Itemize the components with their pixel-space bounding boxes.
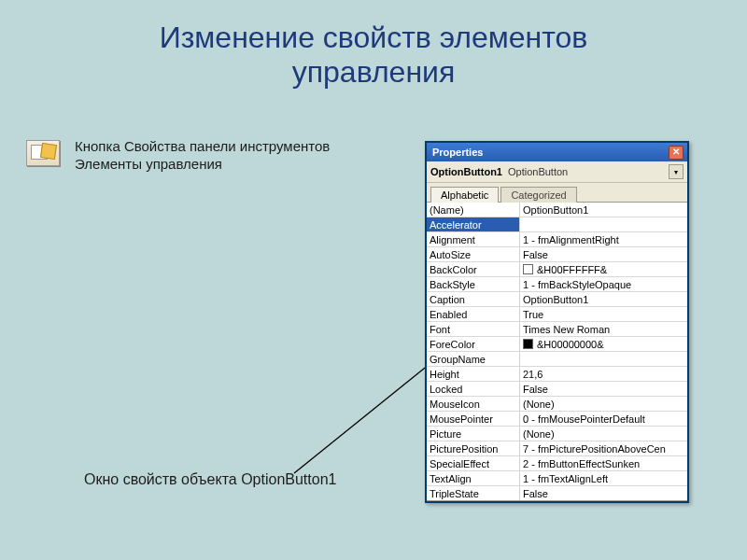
property-name: Alignment	[427, 232, 520, 246]
chevron-down-icon: ▾	[674, 168, 678, 176]
property-value[interactable]: &H00000000&	[520, 337, 687, 351]
property-value-text: 0 - fmMousePointerDefault	[523, 412, 645, 426]
property-name: SpecialEffect	[427, 456, 520, 470]
property-row[interactable]: MouseIcon(None)	[427, 397, 687, 412]
property-name: MousePointer	[427, 412, 520, 426]
property-value[interactable]: False	[520, 486, 687, 500]
property-value[interactable]: Times New Roman	[520, 322, 687, 336]
property-value-text: &H00FFFFFF&	[537, 262, 607, 276]
property-value[interactable]: 0 - fmMousePointerDefault	[520, 412, 687, 426]
close-button[interactable]: ✕	[669, 146, 684, 160]
property-name: GroupName	[427, 352, 520, 366]
property-name: Caption	[427, 292, 520, 306]
properties-toolbar-icon	[26, 140, 60, 166]
property-row[interactable]: Alignment1 - fmAlignmentRight	[427, 232, 687, 247]
property-row[interactable]: Picture(None)	[427, 427, 687, 441]
property-row[interactable]: MousePointer0 - fmMousePointerDefault	[427, 412, 687, 427]
property-value[interactable]: 2 - fmButtonEffectSunken	[520, 456, 687, 470]
selector-dropdown-button[interactable]: ▾	[669, 164, 684, 179]
property-row[interactable]: ForeColor&H00000000&	[427, 337, 687, 352]
property-name: AutoSize	[427, 247, 520, 261]
object-selector[interactable]: OptionButton1 OptionButton ▾	[427, 161, 687, 183]
property-row[interactable]: BackColor&H00FFFFFF&	[427, 262, 687, 277]
property-name: Height	[427, 367, 520, 381]
property-value[interactable]: OptionButton1	[520, 203, 687, 217]
property-row[interactable]: TripleStateFalse	[427, 486, 687, 501]
property-value[interactable]: 1 - fmTextAlignLeft	[520, 471, 687, 485]
property-row[interactable]: Accelerator	[427, 217, 687, 232]
property-name: TripleState	[427, 486, 520, 500]
slide-title: Изменение свойств элементов управления	[0, 0, 747, 90]
property-value[interactable]: (None)	[520, 427, 687, 441]
properties-title: Properties	[432, 147, 483, 158]
property-value-text: Times New Roman	[523, 322, 610, 336]
property-name: ForeColor	[427, 337, 520, 351]
selector-name: OptionButton1	[430, 166, 502, 177]
toolbar-description: Кнопка Свойства панели инструментов Элем…	[75, 138, 355, 174]
property-row[interactable]: CaptionOptionButton1	[427, 292, 687, 307]
property-row[interactable]: AutoSizeFalse	[427, 247, 687, 262]
property-name: MouseIcon	[427, 397, 520, 411]
property-name: Locked	[427, 382, 520, 396]
property-value-text: OptionButton1	[523, 292, 588, 306]
property-row[interactable]: BackStyle1 - fmBackStyleOpaque	[427, 277, 687, 292]
property-row[interactable]: LockedFalse	[427, 382, 687, 397]
property-row[interactable]: Height21,6	[427, 367, 687, 382]
close-icon: ✕	[672, 147, 680, 157]
tabs-row: Alphabetic Categorized	[427, 183, 687, 202]
property-name: Font	[427, 322, 520, 336]
properties-titlebar[interactable]: Properties ✕	[427, 143, 687, 161]
property-name: Accelerator	[427, 217, 520, 231]
property-value-text: 1 - fmBackStyleOpaque	[523, 277, 631, 291]
property-value-text: False	[523, 247, 548, 261]
property-value[interactable]: True	[520, 307, 687, 321]
property-value[interactable]: False	[520, 247, 687, 261]
property-value[interactable]	[520, 352, 687, 366]
tab-categorized[interactable]: Categorized	[500, 187, 576, 203]
property-value-text: True	[523, 307, 543, 321]
title-line-2: управления	[292, 55, 456, 89]
property-value-text: 2 - fmButtonEffectSunken	[523, 456, 640, 470]
property-row[interactable]: SpecialEffect2 - fmButtonEffectSunken	[427, 456, 687, 471]
property-name: BackStyle	[427, 277, 520, 291]
property-value[interactable]: False	[520, 382, 687, 396]
property-row[interactable]: EnabledTrue	[427, 307, 687, 322]
property-name: TextAlign	[427, 471, 520, 485]
property-name: BackColor	[427, 262, 520, 276]
selector-type: OptionButton	[508, 166, 663, 177]
properties-window: Properties ✕ OptionButton1 OptionButton …	[425, 141, 689, 503]
tab-alphabetic[interactable]: Alphabetic	[430, 187, 499, 203]
property-row[interactable]: TextAlign1 - fmTextAlignLeft	[427, 471, 687, 486]
property-name: Picture	[427, 427, 520, 441]
properties-grid: (Name)OptionButton1AcceleratorAlignment1…	[427, 202, 687, 501]
title-line-1: Изменение свойств элементов	[160, 21, 588, 54]
property-value-text: &H00000000&	[537, 337, 604, 351]
property-value[interactable]: 1 - fmAlignmentRight	[520, 232, 687, 246]
property-name: PicturePosition	[427, 441, 520, 455]
property-row[interactable]: GroupName	[427, 352, 687, 367]
property-value[interactable]: &H00FFFFFF&	[520, 262, 687, 276]
property-value[interactable]: 7 - fmPicturePositionAboveCen	[520, 441, 687, 455]
property-value-text: 1 - fmAlignmentRight	[523, 232, 619, 246]
svg-line-0	[294, 357, 439, 473]
property-name: Enabled	[427, 307, 520, 321]
property-value[interactable]: 1 - fmBackStyleOpaque	[520, 277, 687, 291]
property-row[interactable]: PicturePosition7 - fmPicturePositionAbov…	[427, 441, 687, 456]
property-value-text: OptionButton1	[523, 203, 588, 217]
property-value[interactable]: (None)	[520, 397, 687, 411]
color-swatch	[523, 339, 533, 349]
property-value[interactable]: 21,6	[520, 367, 687, 381]
property-value-text: 7 - fmPicturePositionAboveCen	[523, 441, 666, 455]
property-value-text: False	[523, 486, 548, 500]
property-row[interactable]: (Name)OptionButton1	[427, 203, 687, 217]
property-row[interactable]: FontTimes New Roman	[427, 322, 687, 337]
property-value-text: (None)	[523, 397, 555, 411]
property-value-text: False	[523, 382, 548, 396]
color-swatch	[523, 264, 533, 274]
property-name: (Name)	[427, 203, 520, 217]
property-value-text: (None)	[523, 427, 555, 441]
property-value-text: 1 - fmTextAlignLeft	[523, 471, 608, 485]
property-value[interactable]: OptionButton1	[520, 292, 687, 306]
property-value[interactable]	[520, 217, 687, 231]
caption-label: Окно свойств объекта OptionButton1	[84, 471, 336, 488]
